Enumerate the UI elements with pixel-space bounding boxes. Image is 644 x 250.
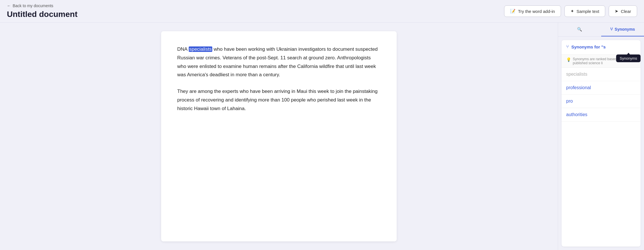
top-bar: ← Back to my documents Untitled document… xyxy=(0,0,644,23)
synonyms-header: ⑂ Synonyms for "s xyxy=(562,40,641,55)
para1-before: DNA xyxy=(177,46,189,52)
synonym-specialists[interactable]: specialists xyxy=(562,68,641,81)
synonym-professional[interactable]: professional xyxy=(562,81,641,95)
synonyms-tab-icon: ⑂ xyxy=(610,27,613,32)
synonyms-panel-title: Synonyms for "s xyxy=(571,44,606,49)
paragraph-1: DNA specialists who have been working wi… xyxy=(177,45,381,79)
document-title: Untitled document xyxy=(7,10,78,19)
synonyms-title-row: ⑂ Synonyms for "s xyxy=(566,44,636,49)
word-icon: 📝 xyxy=(510,9,516,14)
para2-text: They are among the experts who have been… xyxy=(177,89,377,111)
try-word-label: Try the word add-in xyxy=(518,9,555,14)
top-bar-left: ← Back to my documents Untitled document xyxy=(7,3,78,19)
clear-label: Clear xyxy=(621,9,631,14)
clear-button[interactable]: ➤ Clear xyxy=(609,5,637,17)
highlighted-word[interactable]: specialists xyxy=(189,46,212,52)
star-icon: ✦ xyxy=(570,9,574,14)
right-sidebar: 🔍 ⑂ Synonyms Synonyms ⑂ Synonyms for "s … xyxy=(558,23,644,250)
info-row: 💡 Synonyms are ranked based on published… xyxy=(562,55,641,68)
synonyms-panel: ⑂ Synonyms for "s 💡 Synonyms are ranked … xyxy=(562,40,641,247)
sample-text-button[interactable]: ✦ Sample text xyxy=(564,5,605,17)
sample-text-label: Sample text xyxy=(576,9,599,14)
back-link-label: Back to my documents xyxy=(13,3,53,8)
info-text: Synonyms are ranked based on published s… xyxy=(573,57,636,65)
document-text: DNA specialists who have been working wi… xyxy=(177,45,381,113)
clear-icon: ➤ xyxy=(615,9,618,14)
synonym-pro[interactable]: pro xyxy=(562,95,641,108)
search-icon: 🔍 xyxy=(577,27,582,32)
back-link[interactable]: ← Back to my documents xyxy=(7,3,78,8)
tab-synonyms[interactable]: ⑂ Synonyms xyxy=(601,23,644,36)
synonym-authorities[interactable]: authorities xyxy=(562,108,641,122)
document-card: DNA specialists who have been working wi… xyxy=(161,31,397,241)
tab-search[interactable]: 🔍 xyxy=(558,23,601,36)
editor-area: DNA specialists who have been working wi… xyxy=(0,23,558,250)
toolbar: 📝 Try the word add-in ✦ Sample text ➤ Cl… xyxy=(504,5,637,17)
synonyms-tab-label: Synonyms xyxy=(615,27,635,32)
info-icon: 💡 xyxy=(566,57,571,62)
main-area: DNA specialists who have been working wi… xyxy=(0,23,644,250)
sidebar-tabs: 🔍 ⑂ Synonyms xyxy=(558,23,644,37)
back-arrow-icon: ← xyxy=(7,3,11,8)
paragraph-2: They are among the experts who have been… xyxy=(177,87,381,113)
synonyms-panel-icon: ⑂ xyxy=(566,44,569,49)
try-word-button[interactable]: 📝 Try the word add-in xyxy=(504,5,561,17)
